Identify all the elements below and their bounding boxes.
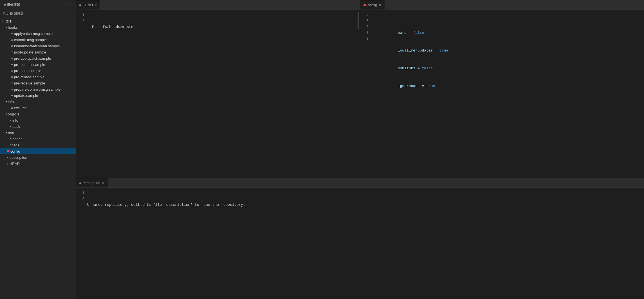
- folder-label: objects: [8, 112, 19, 116]
- editor-pane-head: ≡ HEAD × ··· 1 2 ref: refs/heads/master: [76, 0, 360, 178]
- tree-folder-heads[interactable]: ▾ heads: [0, 136, 76, 142]
- file-icon: ≡: [11, 44, 13, 48]
- tab-file-icon: ≡: [79, 3, 81, 6]
- tab-label: HEAD: [83, 3, 93, 7]
- line-num-2: 2: [79, 18, 84, 24]
- tab-bar-bottom: ≡ description ×: [76, 178, 644, 188]
- folder-label: info: [8, 100, 14, 104]
- tab-close-button[interactable]: ×: [102, 181, 104, 185]
- tree-folder-objects-info[interactable]: ▾ info: [0, 117, 76, 123]
- line-num-6: 6: [363, 24, 369, 30]
- tree-folder-tags[interactable]: ▾ tags: [0, 142, 76, 148]
- line-numbers-bottom: 1 2: [76, 190, 87, 297]
- line-num-5: 5: [363, 18, 369, 24]
- file-commit-msg[interactable]: ≡commit-msg.sample: [0, 37, 76, 43]
- chevron-down-icon: ▾: [10, 137, 12, 140]
- file-description[interactable]: ≡ description: [0, 154, 76, 160]
- scrollbar-track[interactable]: [357, 12, 360, 175]
- chevron-down-icon: ▾: [6, 100, 7, 103]
- file-pre-receive[interactable]: ≡pre-receive.sample: [0, 80, 76, 86]
- file-post-update[interactable]: ≡post-update.sample: [0, 49, 76, 55]
- file-config[interactable]: config: [0, 148, 76, 154]
- code-line-4: bare = false: [371, 24, 638, 30]
- file-icon: ≡: [11, 106, 13, 110]
- file-head[interactable]: ≡ HEAD: [0, 160, 76, 167]
- file-icon: ≡: [11, 82, 13, 85]
- line-num-7: 7: [363, 30, 369, 36]
- sidebar-header: 资源管理器 ···: [0, 0, 76, 10]
- file-icon: ≡: [11, 69, 13, 72]
- file-label: config: [10, 149, 20, 153]
- line-num-d1: 1: [79, 190, 84, 196]
- chevron-down-icon: ▾: [6, 26, 7, 29]
- tab-head[interactable]: ≡ HEAD ×: [76, 0, 100, 10]
- folder-label: pack: [12, 124, 20, 129]
- chevron-down-icon: ▾: [6, 113, 7, 115]
- file-icon: ≡: [7, 162, 8, 165]
- chevron-down-icon: ▾: [10, 125, 12, 128]
- tab-label: config: [367, 3, 377, 7]
- tree-folder-objects[interactable]: ▾ objects: [0, 111, 76, 117]
- tab-close-button[interactable]: ×: [379, 3, 381, 7]
- chevron-down-icon: ▾: [2, 20, 4, 23]
- file-icon: ≡: [11, 38, 13, 41]
- scrollbar-thumb: [358, 12, 359, 29]
- file-pre-rebase[interactable]: ≡pre-rebase.sample: [0, 74, 76, 80]
- editor-pane-description: ≡ description × 1 2 Unnamed repository; …: [76, 178, 644, 299]
- tree-folder-objects-pack[interactable]: ▾ pack: [0, 123, 76, 130]
- folder-label: tags: [12, 143, 19, 147]
- chevron-down-icon: ▾: [10, 144, 12, 146]
- file-label: HEAD: [10, 162, 20, 166]
- editor-pane-config: config × 4 5 6 7 8 bare = false l: [360, 0, 644, 178]
- code-line-7: ignorecase = true: [371, 77, 638, 83]
- file-icon: ≡: [11, 94, 13, 97]
- line-numbers-right: 4 5 6 7 8: [360, 12, 371, 175]
- editor-more-icon[interactable]: ···: [349, 2, 360, 7]
- line-num-1: 1: [79, 12, 84, 18]
- tree-root-label: .GIT: [5, 19, 12, 23]
- folder-label: info: [12, 118, 18, 122]
- tab-bar-left: ≡ HEAD × ···: [76, 0, 360, 10]
- tree-root-git[interactable]: ▾ .GIT: [0, 18, 76, 24]
- code-area-config[interactable]: bare = false logallrefupdates = true sym…: [371, 12, 644, 175]
- line-num-4: 4: [363, 12, 369, 18]
- code-line-d1: Unnamed repository; edit this file 'desc…: [87, 202, 638, 208]
- code-line-5: logallrefupdates = true: [371, 42, 638, 48]
- file-fsmonitor[interactable]: ≡fsmonitor-watchman.sample: [0, 43, 76, 49]
- main-editor: ≡ HEAD × ··· 1 2 ref: refs/heads/master: [76, 0, 644, 299]
- file-prepare-commit[interactable]: ≡prepare-commit-msg.sample: [0, 86, 76, 92]
- editor-content-config[interactable]: 4 5 6 7 8 bare = false logallrefupdates …: [360, 10, 644, 178]
- file-exclude[interactable]: ≡exclude: [0, 105, 76, 111]
- tab-config[interactable]: config ×: [360, 0, 385, 10]
- file-pre-applypatch[interactable]: ≡pre-applypatch.sample: [0, 55, 76, 61]
- sidebar: 资源管理器 ··· 打开的编辑器 ▾ .GIT ▾ hooks ≡applypa…: [0, 0, 76, 299]
- file-pre-push[interactable]: ≡pre-push.sample: [0, 68, 76, 74]
- open-editors-section[interactable]: 打开的编辑器: [0, 10, 76, 17]
- file-label: description: [10, 155, 27, 160]
- code-area-description[interactable]: Unnamed repository; edit this file 'desc…: [87, 190, 644, 297]
- error-badge: [7, 150, 9, 152]
- file-icon: ≡: [11, 57, 13, 60]
- editor-content-description[interactable]: 1 2 Unnamed repository; edit this file '…: [76, 188, 644, 299]
- editor-content-head[interactable]: 1 2 ref: refs/heads/master: [76, 10, 360, 178]
- tab-description[interactable]: ≡ description ×: [76, 178, 108, 188]
- tab-label: description: [83, 181, 100, 185]
- config-error-badge: [363, 4, 366, 6]
- code-line-6: symlinks = false: [371, 59, 638, 65]
- code-area-head[interactable]: ref: refs/heads/master: [87, 12, 357, 175]
- file-icon: ≡: [11, 75, 13, 79]
- folder-label: heads: [12, 137, 22, 141]
- sidebar-more-icon[interactable]: ···: [67, 3, 72, 8]
- tab-bar-right: config ×: [360, 0, 644, 10]
- file-applypatch-msg[interactable]: ≡applypatch-msg.sample: [0, 30, 76, 37]
- tab-close-button[interactable]: ×: [95, 3, 97, 7]
- file-update[interactable]: ≡update.sample: [0, 92, 76, 99]
- file-pre-commit[interactable]: ≡pre-commit.sample: [0, 61, 76, 68]
- editor-top-row: ≡ HEAD × ··· 1 2 ref: refs/heads/master: [76, 0, 644, 178]
- tree-folder-info[interactable]: ▾ info: [0, 99, 76, 105]
- line-num-d2: 2: [79, 196, 84, 202]
- tree-folder-refs[interactable]: ▾ refs: [0, 130, 76, 136]
- line-numbers: 1 2: [76, 12, 87, 175]
- file-icon: ≡: [11, 63, 13, 66]
- tree-folder-hooks[interactable]: ▾ hooks: [0, 24, 76, 30]
